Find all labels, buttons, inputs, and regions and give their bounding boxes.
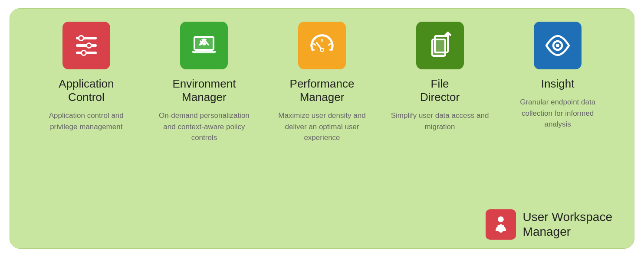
performance-manager-name: Performance Manager <box>290 77 355 104</box>
svg-rect-34 <box>503 228 505 230</box>
insight-desc: Granular endpoint data collection for in… <box>508 97 608 130</box>
eye-icon <box>544 32 572 59</box>
application-control-desc: Application control and privilege manage… <box>36 110 136 132</box>
products-row: Application Control Application control … <box>27 22 617 205</box>
svg-point-27 <box>556 44 559 47</box>
svg-line-15 <box>314 44 315 45</box>
branding-row: User Workspace Manager <box>27 209 617 240</box>
file-director-name: File Director <box>420 77 460 104</box>
svg-rect-33 <box>496 228 498 230</box>
laptop-icon <box>190 32 218 59</box>
file-director-desc: Simplify user data access and migration <box>390 110 490 132</box>
svg-point-9 <box>82 51 85 55</box>
branding-name: User Workspace Manager <box>523 210 612 239</box>
sliders-icon <box>72 32 100 59</box>
performance-manager-icon-box <box>298 22 346 69</box>
svg-point-30 <box>499 227 503 230</box>
product-performance-manager: Performance Manager Maximize user densit… <box>272 22 372 143</box>
product-file-director: File Director Simplify user data access … <box>390 22 490 132</box>
application-control-icon-box <box>62 22 110 69</box>
speedometer-icon <box>308 32 336 59</box>
uwm-icon-box <box>486 209 516 240</box>
file-director-icon-box <box>416 22 464 69</box>
person-gear-icon <box>490 214 511 235</box>
svg-rect-23 <box>432 39 445 56</box>
environment-manager-name: Environment Manager <box>172 77 236 104</box>
environment-manager-icon-box <box>180 22 228 69</box>
svg-line-17 <box>329 44 330 45</box>
svg-rect-32 <box>499 231 502 233</box>
insight-name: Insight <box>541 77 575 91</box>
svg-point-7 <box>79 36 83 40</box>
svg-point-8 <box>87 44 91 47</box>
product-application-control: Application Control Application control … <box>36 22 136 132</box>
main-container: Application Control Application control … <box>10 8 634 249</box>
application-control-name: Application Control <box>59 77 114 104</box>
performance-manager-desc: Maximize user density and deliver an opt… <box>272 110 372 143</box>
environment-manager-desc: On-demand personalization and context-aw… <box>154 110 254 143</box>
svg-point-21 <box>321 49 323 51</box>
product-insight: Insight Granular endpoint data collectio… <box>508 22 608 130</box>
product-environment-manager: Environment Manager On-demand personaliz… <box>154 22 254 143</box>
svg-rect-31 <box>499 224 502 226</box>
svg-point-28 <box>498 216 504 222</box>
insight-icon-box <box>534 22 582 69</box>
files-icon <box>426 32 454 59</box>
